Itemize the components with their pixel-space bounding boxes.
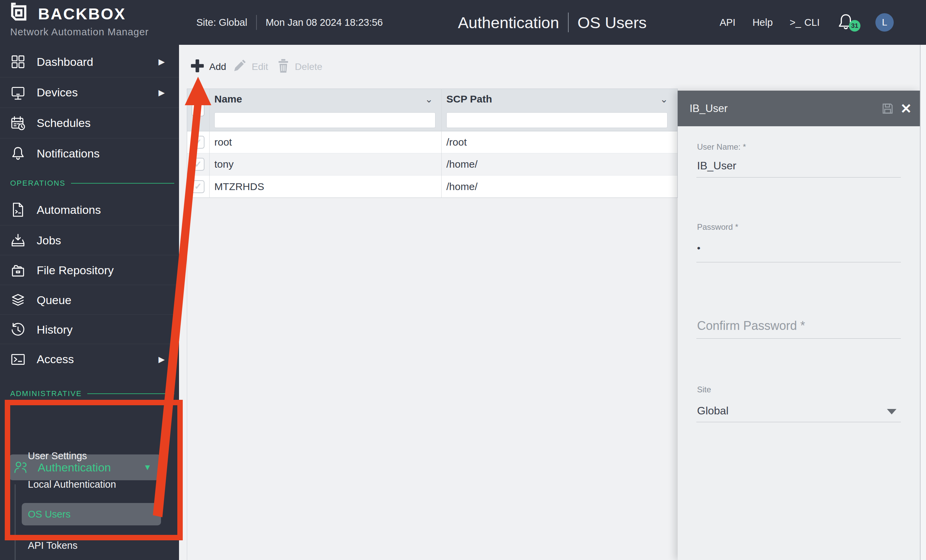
page-title: Authentication OS Users <box>458 0 647 45</box>
save-button[interactable] <box>882 103 893 115</box>
sidebar-item-user-settings[interactable]: User Settings <box>22 446 161 465</box>
terminal-prompt-icon: >_ <box>790 17 801 28</box>
input-underline <box>696 338 901 339</box>
bell-icon <box>10 146 26 162</box>
edit-button[interactable]: Edit <box>232 57 268 77</box>
notifications-button[interactable]: 31 <box>837 12 858 32</box>
user-name-value[interactable]: IB_User <box>697 160 737 172</box>
cli-link[interactable]: >_ CLI <box>790 17 820 28</box>
api-link[interactable]: API <box>719 17 735 28</box>
column-header-name[interactable]: Name <box>214 89 242 109</box>
cell-scp-path: /home/ <box>446 158 478 170</box>
os-users-table: Name ⌄ SCP Path ⌄ ✓ ✓ root /root ✓ tony … <box>187 89 678 198</box>
schedules-icon <box>10 115 26 131</box>
top-header: BACKBOX Network Automation Manager Site:… <box>0 0 926 45</box>
sidebar-item-automations[interactable]: Automations <box>0 195 179 225</box>
check-icon: ✓ <box>194 181 202 192</box>
devices-icon <box>10 85 26 100</box>
site-and-time: Site: Global Mon Jan 08 2024 18:23:56 <box>196 0 383 45</box>
add-button[interactable]: Add <box>190 57 226 77</box>
column-menu-chevron-icon[interactable]: ⌄ <box>660 94 668 105</box>
input-underline <box>696 262 901 263</box>
select-all-checkbox[interactable]: ✓ <box>192 104 204 116</box>
chevron-right-icon: ▶ <box>159 88 165 97</box>
table-header-row: Name ⌄ SCP Path ⌄ <box>187 89 677 109</box>
cell-scp-path: /root <box>446 136 467 148</box>
panel-header: IB_User ✕ <box>678 91 920 126</box>
check-icon: ✓ <box>194 105 202 115</box>
access-icon <box>10 352 26 367</box>
column-header-scp-path[interactable]: SCP Path <box>446 89 492 109</box>
section-operations: OPERATIONS <box>10 179 174 188</box>
confirm-password-placeholder[interactable]: Confirm Password * <box>697 319 805 333</box>
sidebar-item-jobs[interactable]: Jobs <box>0 225 179 255</box>
password-label: Password * <box>697 222 738 232</box>
backbox-logo-icon <box>9 2 30 25</box>
logo-subtitle: Network Automation Manager <box>10 26 149 38</box>
sidebar-item-dashboard[interactable]: Dashboard ▶ <box>0 47 179 77</box>
divider <box>256 15 257 30</box>
sidebar: Dashboard ▶ Devices ▶ Schedules Notifica… <box>0 45 179 560</box>
sidebar-item-schedules[interactable]: Schedules <box>0 107 179 138</box>
name-filter-input[interactable] <box>214 112 436 128</box>
section-divider-line <box>71 183 174 184</box>
chevron-right-icon: ▶ <box>159 57 165 66</box>
submenu-guide-line <box>15 484 16 560</box>
automations-icon <box>10 202 26 217</box>
top-nav: API Help >_ CLI 31 L <box>719 0 926 45</box>
close-icon[interactable]: ✕ <box>900 102 912 115</box>
input-underline <box>696 422 901 422</box>
sidebar-item-local-authentication[interactable]: Local Authentication <box>22 475 161 494</box>
app-screen: BACKBOX Network Automation Manager Site:… <box>0 0 926 560</box>
sidebar-item-os-users[interactable]: OS Users <box>22 503 161 525</box>
check-icon: ✓ <box>194 137 202 148</box>
vertical-scrollbar[interactable] <box>920 45 926 560</box>
scp-path-filter-input[interactable] <box>446 112 667 128</box>
avatar[interactable]: L <box>875 13 894 32</box>
sidebar-item-queue[interactable]: Queue <box>0 285 179 315</box>
trash-icon <box>277 58 290 76</box>
divider <box>568 12 569 32</box>
input-underline <box>696 177 901 178</box>
site-label: Site <box>697 385 711 394</box>
page-title-primary: Authentication <box>458 13 559 32</box>
sidebar-item-access[interactable]: Access ▶ <box>0 344 179 374</box>
dashboard-icon <box>10 54 26 69</box>
jobs-icon <box>10 233 26 248</box>
sidebar-item-api-tokens[interactable]: API Tokens <box>22 536 161 555</box>
os-user-detail-panel: IB_User ✕ User Name: * IB_User Password … <box>678 91 920 560</box>
site-select-value[interactable]: Global <box>697 405 729 417</box>
row-checkbox[interactable]: ✓ <box>192 180 204 193</box>
table-row-root[interactable]: ✓ root /root <box>187 131 677 153</box>
row-checkbox[interactable]: ✓ <box>192 158 204 171</box>
file-repository-icon <box>10 263 26 278</box>
help-link[interactable]: Help <box>752 17 773 28</box>
sidebar-item-history[interactable]: History <box>0 314 179 345</box>
site-label: Site: Global <box>196 17 247 28</box>
sidebar-item-file-repository[interactable]: File Repository <box>0 255 179 285</box>
table-row-mtzrhds[interactable]: ✓ MTZRHDS /home/ <box>187 175 677 198</box>
chevron-right-icon: ▶ <box>159 355 165 364</box>
row-checkbox[interactable]: ✓ <box>192 136 204 149</box>
queue-icon <box>10 293 26 308</box>
datetime: Mon Jan 08 2024 18:23:56 <box>266 17 383 28</box>
notification-count-badge: 31 <box>849 20 861 32</box>
sidebar-item-notifications[interactable]: Notifications <box>0 138 179 169</box>
delete-button[interactable]: Delete <box>277 57 322 77</box>
cell-name: MTZRHDS <box>214 181 264 192</box>
pencil-icon <box>232 58 247 76</box>
panel-title: IB_User <box>690 103 728 115</box>
history-icon <box>10 322 26 338</box>
cell-name: root <box>214 136 232 148</box>
logo: BACKBOX Network Automation Manager <box>9 2 149 38</box>
column-menu-chevron-icon[interactable]: ⌄ <box>425 94 433 105</box>
logo-title: BACKBOX <box>38 5 126 23</box>
dropdown-caret-icon[interactable] <box>887 409 896 414</box>
section-administrative: ADMINISTRATIVE <box>10 389 174 398</box>
sidebar-item-devices[interactable]: Devices ▶ <box>0 77 179 107</box>
cell-name: tony <box>214 158 234 170</box>
password-value[interactable]: • <box>697 243 701 254</box>
table-filter-row: ✓ <box>187 109 677 131</box>
page-title-secondary: OS Users <box>578 13 647 32</box>
table-row-tony[interactable]: ✓ tony /home/ <box>187 153 677 175</box>
